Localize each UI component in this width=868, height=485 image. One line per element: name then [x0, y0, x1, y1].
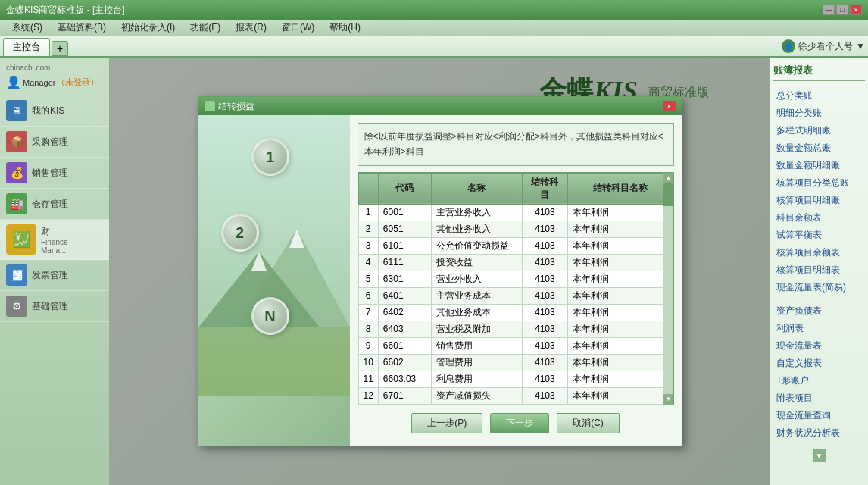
table-row[interactable]: 66401主营业务成本4103本年利润	[358, 287, 673, 304]
menu-report[interactable]: 报表(R)	[229, 20, 273, 36]
right-links-group1: 总分类账明细分类账多栏式明细账数量金额总账数量金额明细账核算项目分类总账核算项目…	[773, 87, 865, 296]
menu-function[interactable]: 功能(E)	[184, 20, 226, 36]
right-link-4[interactable]: 数量金额明细账	[773, 157, 865, 174]
step-n-circle: N	[251, 297, 289, 335]
cell-code: 6403	[378, 321, 431, 337]
cell-seq: 2	[358, 221, 378, 237]
right-link-10[interactable]: 核算项目明细表	[773, 261, 865, 279]
cell-target-name: 本年利润	[567, 354, 673, 371]
right-link-5[interactable]: 核算项目分类总账	[773, 174, 865, 192]
table-scrollbar[interactable]: ▲ ▼	[663, 173, 673, 405]
sales-icon: 💰	[6, 162, 27, 183]
sidebar-item-finance[interactable]: 💹 财 Finance Mana...	[0, 220, 109, 260]
cell-name: 其他业务收入	[431, 221, 522, 237]
table-row[interactable]: 56301营业外收入4103本年利润	[358, 271, 673, 287]
table-row[interactable]: 36101公允价值变动损益4103本年利润	[358, 237, 673, 254]
right-link2-3[interactable]: 自定义报表	[773, 355, 865, 372]
table-row[interactable]: 46111投资收益4103本年利润	[358, 254, 673, 271]
table-row[interactable]: 96601销售费用4103本年利润	[358, 337, 673, 354]
right-link2-7[interactable]: 财务状况分析表	[773, 424, 865, 442]
add-tab-button[interactable]: +	[52, 41, 68, 56]
cancel-button[interactable]: 取消(C)	[557, 413, 620, 433]
base-icon: ⚙	[6, 296, 27, 317]
col-header-seq	[358, 173, 378, 204]
right-scroll-down-button[interactable]: ▼	[813, 449, 826, 462]
minimize-button[interactable]: —	[823, 5, 835, 15]
prev-step-button[interactable]: 上一步(P)	[411, 413, 482, 433]
right-link-0[interactable]: 总分类账	[773, 87, 865, 105]
scroll-up-button[interactable]: ▲	[663, 173, 674, 183]
table-body: 16001主营业务收入4103本年利润26051其他业务收入4103本年利润36…	[358, 204, 673, 404]
cell-target-name: 本年利润	[567, 321, 673, 337]
invoice-icon: 🧾	[6, 264, 27, 286]
finance-icon: 💹	[6, 224, 36, 255]
menu-basic-data[interactable]: 基础资料(B)	[52, 20, 112, 36]
step-2-circle: 2	[221, 214, 259, 252]
table-row[interactable]: 76402其他业务成本4103本年利润	[358, 304, 673, 321]
cell-seq: 11	[358, 371, 378, 387]
table-row[interactable]: 126701资产减值损失4103本年利润	[358, 387, 673, 404]
table-row[interactable]: 116603.03利息费用4103本年利润	[358, 371, 673, 387]
close-button[interactable]: ×	[850, 5, 862, 15]
right-link-3[interactable]: 数量金额总账	[773, 139, 865, 157]
dialog-close-button[interactable]: ×	[663, 101, 676, 111]
sidebar-item-purchase[interactable]: 📦 采购管理	[0, 127, 109, 158]
menu-system[interactable]: 系统(S)	[6, 20, 48, 36]
domain-label: chinacbi.com	[6, 64, 103, 72]
sidebar-item-base[interactable]: ⚙ 基础管理	[0, 291, 109, 322]
cell-target-code: 4103	[522, 371, 567, 387]
table-row[interactable]: 106602管理费用4103本年利润	[358, 354, 673, 371]
scroll-thumb[interactable]	[663, 183, 674, 206]
maximize-button[interactable]: □	[836, 5, 848, 15]
tab-main-console[interactable]: 主控台	[3, 38, 50, 56]
right-link2-2[interactable]: 现金流量表	[773, 337, 865, 355]
cell-target-code: 4103	[522, 287, 567, 304]
cell-target-code: 4103	[522, 337, 567, 354]
sidebar-label-base: 基础管理	[32, 300, 68, 313]
right-link2-5[interactable]: 附表项目	[773, 390, 865, 407]
cell-code: 6401	[378, 287, 431, 304]
right-separator	[773, 296, 865, 302]
menu-window[interactable]: 窗口(W)	[276, 20, 320, 36]
current-user[interactable]: 徐少看个人号	[798, 40, 853, 53]
cell-name: 主营业务成本	[431, 287, 522, 304]
table-row[interactable]: 86403营业税及附加4103本年利润	[358, 321, 673, 337]
right-link-1[interactable]: 明细分类账	[773, 105, 865, 122]
table-row[interactable]: 16001主营业务收入4103本年利润	[358, 204, 673, 221]
step-1-circle: 1	[251, 138, 289, 176]
right-link-2[interactable]: 多栏式明细账	[773, 122, 865, 139]
sidebar-logo: chinacbi.com 👤 Manager （未登录）	[0, 58, 109, 95]
cell-code: 6602	[378, 354, 431, 371]
right-link-6[interactable]: 核算项目明细账	[773, 192, 865, 209]
scroll-down-button[interactable]: ▼	[663, 394, 674, 405]
cell-target-code: 4103	[522, 254, 567, 271]
dropdown-icon[interactable]: ▼	[856, 41, 865, 52]
sidebar-item-mykis[interactable]: 🖥 我的KIS	[0, 95, 109, 127]
sidebar-item-invoice[interactable]: 🧾 发票管理	[0, 260, 109, 291]
right-link2-0[interactable]: 资产负债表	[773, 302, 865, 320]
purchase-icon: 📦	[6, 131, 27, 152]
menu-init[interactable]: 初始化录入(I)	[115, 20, 181, 36]
right-link2-1[interactable]: 利润表	[773, 320, 865, 337]
modal-overlay: 结转损益 ×	[110, 58, 770, 485]
right-link2-4[interactable]: T形账户	[773, 372, 865, 390]
menu-help[interactable]: 帮助(H)	[323, 20, 367, 36]
right-link-11[interactable]: 现金流量表(简易)	[773, 279, 865, 296]
right-link-9[interactable]: 核算项目余额表	[773, 244, 865, 261]
sidebar-item-warehouse[interactable]: 🏭 仓存管理	[0, 189, 109, 220]
next-step-button[interactable]: 下一步	[490, 413, 549, 433]
cell-code: 6301	[378, 271, 431, 287]
right-link2-6[interactable]: 现金流量查询	[773, 407, 865, 424]
cell-code: 6402	[378, 304, 431, 321]
cell-seq: 6	[358, 287, 378, 304]
right-link-8[interactable]: 试算平衡表	[773, 227, 865, 244]
cell-code: 6051	[378, 221, 431, 237]
sidebar-item-sales[interactable]: 💰 销售管理	[0, 158, 109, 189]
dialog-body: 1 2 N 除<以前年度损益调整>科目对应<利润分配>科目外，其他损益类科目对应…	[198, 115, 682, 445]
cell-target-code: 4103	[522, 221, 567, 237]
table-row[interactable]: 26051其他业务收入4103本年利润	[358, 221, 673, 237]
cell-target-name: 本年利润	[567, 304, 673, 321]
sidebar-label-warehouse: 仓存管理	[32, 198, 68, 211]
window-controls: — □ ×	[823, 5, 862, 15]
right-link-7[interactable]: 科目余额表	[773, 209, 865, 227]
